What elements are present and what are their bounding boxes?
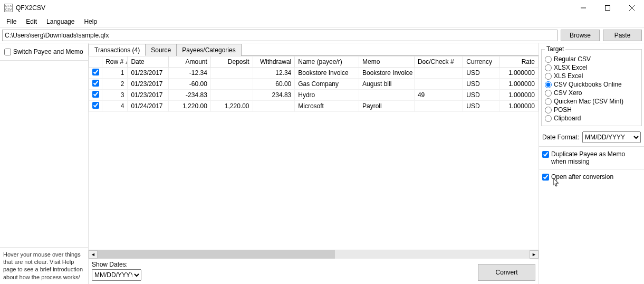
target-option-label: CSV Xero xyxy=(554,89,582,97)
scroll-thumb[interactable] xyxy=(98,250,335,259)
cell-rownum: 4 xyxy=(102,101,128,112)
col-date[interactable]: Date xyxy=(128,56,169,68)
cell-withdrawal: 12.34 xyxy=(253,68,295,79)
cell-currency: USD xyxy=(463,68,499,79)
target-option[interactable]: CSV Xero xyxy=(545,89,638,97)
cell-name: Microsoft xyxy=(295,101,359,112)
open-after-input[interactable] xyxy=(542,174,549,181)
target-radio[interactable] xyxy=(545,107,552,113)
col-withdrawal[interactable]: Withdrawal xyxy=(253,56,295,68)
target-option[interactable]: Quicken Mac (CSV Mint) xyxy=(545,97,638,106)
target-option-label: Clipboard xyxy=(554,115,581,122)
cell-date: 01/23/2017 xyxy=(128,79,169,90)
cell-rate: 1.000000 xyxy=(499,101,539,112)
target-group: Target Regular CSVXLSX ExcelXLS ExcelCSV… xyxy=(541,45,642,126)
target-option[interactable]: CSV Quickbooks Online xyxy=(545,80,638,89)
target-radio[interactable] xyxy=(545,64,552,71)
cell-deposit xyxy=(210,90,253,101)
row-checkbox[interactable] xyxy=(92,69,99,75)
target-option[interactable]: XLSX Excel xyxy=(545,63,638,72)
cell-amount: -234.83 xyxy=(169,90,211,101)
cell-memo: Bookstore Invoice xyxy=(359,68,414,79)
col-deposit[interactable]: Deposit xyxy=(210,56,253,68)
col-name[interactable]: Name (payee/r) xyxy=(295,56,359,68)
transactions-table-wrap: Row #▲ Date Amount Deposit Withdrawal Na… xyxy=(89,56,539,250)
row-checkbox[interactable] xyxy=(92,102,99,109)
table-row[interactable]: 301/23/2017-234.83234.83Hydro49USD1.0000… xyxy=(89,90,539,101)
path-row: Browse Paste xyxy=(0,27,644,43)
target-option[interactable]: POSH xyxy=(545,106,638,114)
tab-transactions[interactable]: Transactions (4) xyxy=(89,44,146,56)
path-input[interactable] xyxy=(2,30,558,41)
target-option[interactable]: Regular CSV xyxy=(545,55,638,63)
tab-source[interactable]: Source xyxy=(145,44,177,56)
transactions-table: Row #▲ Date Amount Deposit Withdrawal Na… xyxy=(89,56,539,112)
right-panel: Target Regular CSVXLSX ExcelXLS ExcelCSV… xyxy=(539,43,644,284)
col-currency[interactable]: Currency xyxy=(463,56,499,68)
cell-currency: USD xyxy=(463,90,499,101)
cell-deposit xyxy=(210,68,253,79)
row-checkbox[interactable] xyxy=(92,80,99,87)
tab-payees-categories[interactable]: Payees/Categories xyxy=(176,44,241,56)
switch-payee-memo-checkbox[interactable]: Switch Payee and Memo xyxy=(4,48,84,56)
target-radio[interactable] xyxy=(545,90,552,97)
scroll-track[interactable] xyxy=(98,250,530,259)
target-radio[interactable] xyxy=(545,98,552,105)
maximize-button[interactable] xyxy=(595,0,620,16)
date-format-label: Date Format: xyxy=(542,134,579,141)
scroll-right-arrow[interactable]: ► xyxy=(530,250,539,259)
duplicate-payee-checkbox[interactable]: Duplicate Payee as Memo when missing xyxy=(542,150,641,166)
browse-button[interactable]: Browse xyxy=(561,30,600,41)
table-row[interactable]: 101/23/2017-12.3412.34Bookstore InvoiceB… xyxy=(89,68,539,79)
svg-rect-1 xyxy=(605,6,610,11)
horizontal-scrollbar[interactable]: ◄ ► xyxy=(89,250,539,259)
target-option[interactable]: XLS Excel xyxy=(545,72,638,80)
show-dates-select[interactable]: MM/DD/YYYY xyxy=(92,269,141,281)
menu-help[interactable]: Help xyxy=(80,17,101,26)
cell-name: Hydro xyxy=(295,90,359,101)
cell-doc xyxy=(414,101,463,112)
col-doc[interactable]: Doc/Check # xyxy=(414,56,463,68)
menu-edit[interactable]: Edit xyxy=(22,17,41,26)
switch-payee-memo-input[interactable] xyxy=(4,49,11,55)
app-logo: QFX CSV xyxy=(4,4,13,12)
minimize-button[interactable] xyxy=(571,0,595,16)
target-option-label: POSH xyxy=(554,106,572,113)
target-radio[interactable] xyxy=(545,115,552,122)
target-radio[interactable] xyxy=(545,81,552,88)
col-check[interactable] xyxy=(89,56,102,68)
menu-file[interactable]: File xyxy=(2,17,21,26)
scroll-left-arrow[interactable]: ◄ xyxy=(89,250,98,259)
menubar: File Edit Language Help xyxy=(0,16,644,27)
paste-button[interactable]: Paste xyxy=(603,30,642,41)
col-row[interactable]: Row #▲ xyxy=(102,56,128,68)
table-row[interactable]: 401/24/20171,220.001,220.00MicrosoftPayr… xyxy=(89,101,539,112)
convert-button[interactable]: Convert xyxy=(478,264,535,281)
cell-amount: 1,220.00 xyxy=(169,101,211,112)
col-amount[interactable]: Amount xyxy=(169,56,211,68)
switch-payee-memo-label: Switch Payee and Memo xyxy=(13,48,83,55)
date-format-select[interactable]: MM/DD/YYYY xyxy=(582,131,641,143)
cell-memo: Payroll xyxy=(359,101,414,112)
help-hint: Hover your mouse over things that are no… xyxy=(0,247,88,284)
col-rate[interactable]: Rate xyxy=(499,56,539,68)
cell-amount: -12.34 xyxy=(169,68,211,79)
duplicate-payee-input[interactable] xyxy=(542,151,549,158)
cell-rownum: 2 xyxy=(102,79,128,90)
cell-deposit xyxy=(210,79,253,90)
menu-language[interactable]: Language xyxy=(42,17,79,26)
target-radio[interactable] xyxy=(545,73,552,80)
target-option[interactable]: Clipboard xyxy=(545,114,638,122)
target-radio[interactable] xyxy=(545,56,552,63)
cell-rownum: 3 xyxy=(102,90,128,101)
open-after-checkbox[interactable]: Open after conversion xyxy=(542,173,641,181)
cell-date: 01/24/2017 xyxy=(128,101,169,112)
row-checkbox[interactable] xyxy=(92,91,99,98)
col-memo[interactable]: Memo xyxy=(359,56,414,68)
table-row[interactable]: 201/23/2017-60.0060.00Gas CompanyAugust … xyxy=(89,79,539,90)
cell-deposit: 1,220.00 xyxy=(210,101,253,112)
titlebar: QFX CSV QFX2CSV xyxy=(0,0,644,16)
cell-doc xyxy=(414,68,463,79)
close-button[interactable] xyxy=(620,0,644,16)
target-option-label: XLSX Excel xyxy=(554,64,587,71)
